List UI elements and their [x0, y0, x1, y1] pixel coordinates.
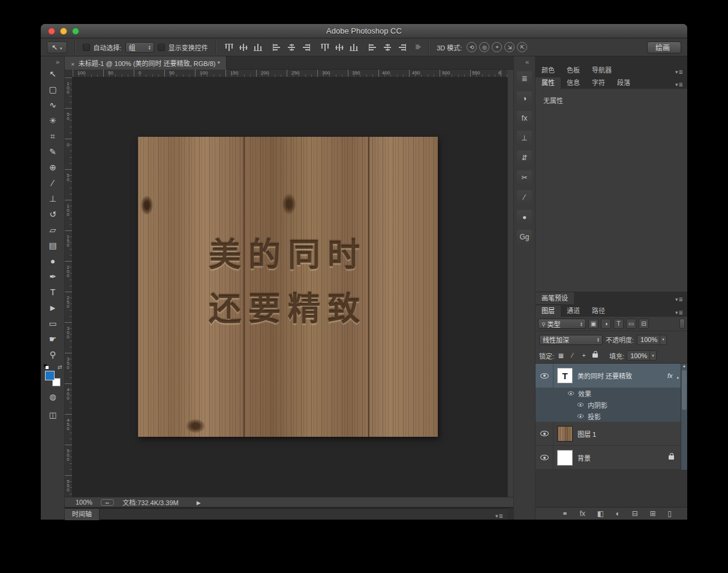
3d-roll-icon[interactable]: ◎	[479, 42, 489, 52]
lasso-tool[interactable]: ∿	[41, 97, 65, 113]
smart-object-filter-icon[interactable]: ⊟	[639, 319, 649, 329]
drop-shadow-effect-row[interactable]: 投影	[536, 410, 687, 422]
background-thumbnail[interactable]	[557, 450, 573, 466]
fill-field[interactable]: 100%	[627, 350, 657, 361]
adjustment-layer-filter-icon[interactable]: ◑	[601, 319, 611, 329]
shape-layer-filter-icon[interactable]: ▭	[626, 319, 636, 329]
quick-selection-tool[interactable]: ✳	[41, 113, 65, 128]
swap-colors-icon[interactable]	[58, 364, 62, 370]
eye-icon[interactable]	[577, 414, 583, 418]
inner-shadow-effect-row[interactable]: 内阴影	[536, 399, 687, 410]
panel-menu-icon[interactable]	[675, 292, 687, 304]
default-colors-icon[interactable]	[44, 364, 49, 370]
tab-paths[interactable]: 路径	[586, 305, 611, 317]
document-size-info[interactable]: 文档:732.4K/3.39M	[122, 497, 179, 507]
delete-layer-icon[interactable]: ▯	[667, 509, 672, 518]
tab-brush-presets[interactable]: 画笔预设	[536, 292, 574, 304]
distribute-top-edges-icon[interactable]	[321, 44, 329, 51]
opacity-field[interactable]: 100%	[637, 335, 667, 345]
3d-drag-icon[interactable]: ⌖	[492, 42, 502, 52]
layer-mask-icon[interactable]: ◧	[597, 509, 604, 518]
quick-mask-icon[interactable]	[41, 390, 65, 404]
layer-group-icon[interactable]: ⊟	[632, 509, 638, 518]
distribute-horizontal-centers-icon[interactable]	[383, 44, 392, 51]
effects-collapse-icon[interactable]	[676, 370, 679, 381]
measure-panel-icon[interactable]: ⇵	[517, 151, 532, 165]
eye-icon[interactable]	[568, 391, 574, 395]
type-layer-filter-icon[interactable]: T	[613, 319, 624, 329]
tab-timeline[interactable]: 时间轴	[65, 509, 100, 520]
expand-panels-icon[interactable]	[514, 56, 535, 66]
auto-select-dropdown[interactable]: 组	[125, 42, 154, 53]
adjustment-layer-icon[interactable]: ◐	[616, 509, 620, 518]
show-transform-checkbox[interactable]	[158, 44, 165, 51]
tool-preset-picker[interactable]: ↖	[47, 41, 67, 53]
new-layer-icon[interactable]: ⊞	[650, 509, 656, 518]
clone-stamp-tool[interactable]: ⊥	[41, 191, 65, 206]
zoom-tool[interactable]: ⚲	[41, 347, 65, 362]
layer-filter-dropdown[interactable]: 类型	[538, 319, 586, 329]
status-indicator-icon[interactable]	[101, 499, 114, 506]
scrollbar-thumb[interactable]	[682, 370, 687, 410]
eyedropper-tool[interactable]: ✎	[41, 144, 65, 160]
type-tool[interactable]: T	[41, 284, 65, 300]
healing-brush-tool[interactable]: ⊕	[41, 160, 65, 175]
3d-slide-icon[interactable]: ⇲	[504, 42, 515, 52]
layer-name[interactable]: 美的同时 还要精致	[577, 371, 632, 380]
path-selection-tool[interactable]: ►	[41, 300, 65, 316]
align-vertical-centers-icon[interactable]	[239, 44, 248, 51]
eraser-tool[interactable]: ▱	[41, 222, 65, 238]
tab-navigator[interactable]: 导航器	[586, 65, 618, 76]
align-bottom-edges-icon[interactable]	[254, 44, 262, 51]
align-left-edges-icon[interactable]	[273, 44, 281, 51]
crop-tool[interactable]: ⌗	[41, 128, 65, 144]
pixel-layer-filter-icon[interactable]: ▣	[588, 319, 598, 329]
fx-badge[interactable]: fx	[667, 372, 673, 379]
tab-character[interactable]: 字符	[586, 77, 611, 89]
styles-panel-icon[interactable]: fx	[517, 111, 532, 125]
layer-name[interactable]: 图层 1	[577, 429, 596, 439]
tab-layers[interactable]: 图层	[536, 305, 561, 317]
brush-settings-panel-icon[interactable]: ≣	[517, 71, 532, 86]
hand-tool[interactable]: ☛	[41, 331, 65, 347]
horizontal-ruler[interactable]: 100500501001502002503003504004505005506	[73, 70, 507, 77]
timeline-menu-icon[interactable]	[495, 509, 507, 520]
3d-scale-icon[interactable]: ⇱	[517, 42, 527, 52]
distribute-left-edges-icon[interactable]	[369, 44, 377, 51]
auto-align-layers-icon[interactable]: ⊪	[416, 43, 422, 51]
history-brush-tool[interactable]: ↺	[41, 206, 65, 222]
blur-tool[interactable]: ●	[41, 253, 65, 269]
notes-panel-icon[interactable]: ✂	[517, 170, 532, 185]
move-tool[interactable]: ↖	[41, 66, 65, 82]
marquee-tool[interactable]: ▢	[41, 82, 65, 97]
blur-panel-icon[interactable]: ●	[517, 210, 532, 224]
filter-toggle-switch[interactable]	[679, 319, 685, 329]
layer-effects-row[interactable]: 效果	[536, 388, 687, 399]
link-layers-icon[interactable]: ⚭	[562, 509, 568, 518]
ruler-origin-corner[interactable]	[65, 70, 73, 77]
tab-swatches[interactable]: 色板	[561, 65, 586, 76]
title-bar[interactable]: Adobe Photoshop CC	[41, 24, 687, 38]
layer-name[interactable]: 背景	[577, 453, 591, 463]
align-horizontal-centers-icon[interactable]	[287, 44, 296, 51]
visibility-toggle[interactable]	[536, 446, 553, 469]
brush-tool[interactable]: ⁄	[41, 175, 65, 191]
close-tab-icon[interactable]	[71, 58, 75, 68]
chevron-down-icon[interactable]	[660, 335, 666, 344]
eye-icon[interactable]	[577, 403, 583, 406]
pen-tool[interactable]: ✒	[41, 269, 65, 284]
document-tab[interactable]: 未标题-1 @ 100% (美的同时 还要精致, RGB/8) *	[65, 56, 227, 70]
glyphs-panel-icon[interactable]: Gg	[517, 230, 532, 244]
visibility-toggle[interactable]	[536, 422, 553, 445]
layer1-thumbnail[interactable]	[557, 426, 573, 442]
distribute-bottom-edges-icon[interactable]	[350, 44, 358, 51]
workspace-switcher-button[interactable]: 绘画	[647, 41, 681, 53]
visibility-toggle[interactable]	[536, 364, 553, 388]
3d-rotate-icon[interactable]: ⟲	[467, 42, 477, 52]
blend-mode-dropdown[interactable]: 线性加深	[539, 335, 603, 345]
zoom-level[interactable]: 100%	[76, 499, 92, 506]
text-layer-thumbnail[interactable]	[557, 368, 573, 383]
collapse-tools-icon[interactable]	[41, 56, 64, 66]
lock-position-icon[interactable]: +	[579, 351, 588, 360]
lock-all-icon[interactable]	[591, 351, 600, 360]
